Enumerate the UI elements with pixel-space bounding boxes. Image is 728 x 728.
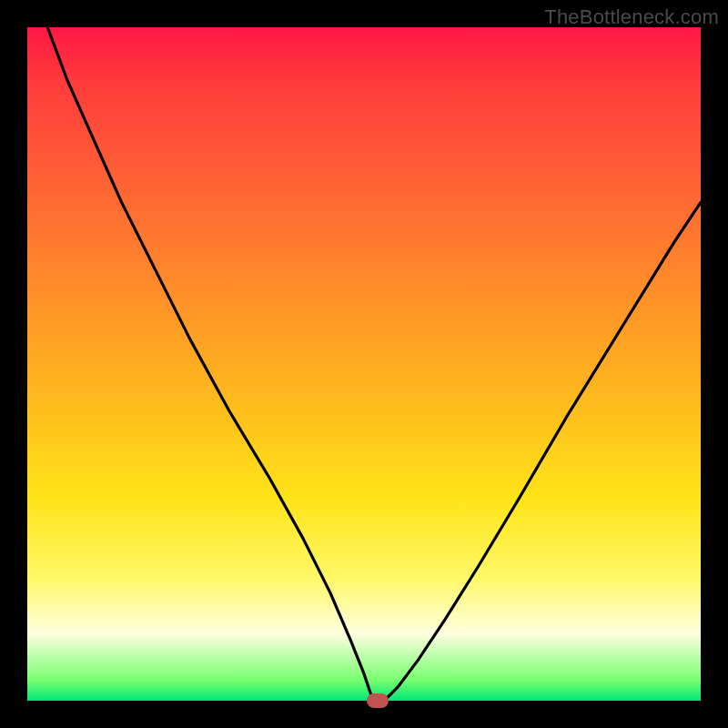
bottleneck-curve [27,27,701,701]
watermark-text: TheBottleneck.com [544,5,719,29]
chart-plot-area [27,27,701,701]
optimum-marker [367,693,389,708]
